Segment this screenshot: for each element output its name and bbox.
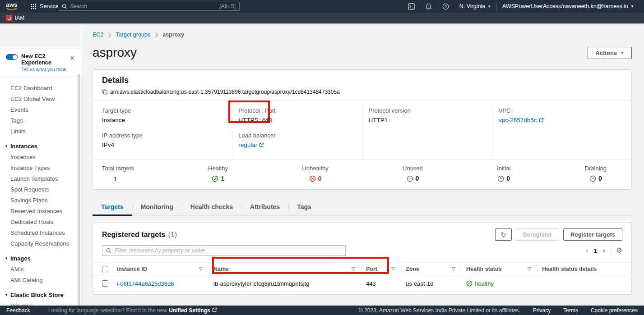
sidebar-item-reserved-instances[interactable]: Reserved Instances <box>0 205 81 216</box>
actions-button[interactable]: Actions ▼ <box>588 47 632 59</box>
column-health-status-details[interactable]: Health status details <box>542 266 597 272</box>
health-status-cell: healthy <box>475 280 494 287</box>
external-link-icon <box>539 117 544 124</box>
column-filter-icon[interactable]: ▽ <box>452 266 457 271</box>
refresh-button[interactable]: ↻ <box>495 228 512 241</box>
terms-link[interactable]: Terms <box>563 307 578 314</box>
refresh-icon: ↻ <box>500 231 506 238</box>
privacy-link[interactable]: Privacy <box>533 307 551 314</box>
notifications-button[interactable] <box>420 0 437 13</box>
sidebar-item-savings-plans[interactable]: Savings Plans <box>0 195 81 205</box>
column-filter-icon[interactable]: ▽ <box>199 266 204 271</box>
tab-health-checks[interactable]: Health checks <box>182 199 241 215</box>
sidebar-scrollbar[interactable] <box>78 74 80 306</box>
global-search[interactable]: [Alt+S] <box>58 2 240 11</box>
unhealthy-value: 0 <box>318 175 322 182</box>
iam-service-icon <box>6 15 12 21</box>
draining-label: Draining <box>585 165 607 172</box>
page-number[interactable]: 1 <box>594 247 597 254</box>
sidebar-item-dedicated-hosts[interactable]: Dedicated Hosts <box>0 216 81 227</box>
top-navigation-bar: aws Services [Alt+S] ? N. Virginia ▼ AWS… <box>0 0 644 13</box>
table-settings-gear-icon[interactable]: ⚙ <box>616 247 622 255</box>
details-heading: Details <box>102 76 622 85</box>
sidebar-item-limits[interactable]: Limits <box>0 126 81 137</box>
sidebar-item-instances[interactable]: Instances <box>0 151 81 162</box>
instance-id-link[interactable]: i-06f1744a6a25d36d6 <box>117 280 174 287</box>
next-page-icon[interactable]: › <box>602 247 605 254</box>
filter-field[interactable] <box>102 245 346 256</box>
feedback-link[interactable]: Feedback <box>6 307 30 314</box>
unhealthy-x-icon <box>309 175 316 182</box>
experience-toggle[interactable] <box>6 54 18 60</box>
sidebar-section-images[interactable]: ▼Images <box>0 253 81 264</box>
console-footer: Feedback Looking for language selection?… <box>0 306 644 315</box>
column-filter-icon[interactable]: ▽ <box>528 266 533 271</box>
sidebar-item-amis[interactable]: AMIs <box>0 264 81 274</box>
column-instance-id[interactable]: Instance ID <box>117 266 147 272</box>
register-targets-button[interactable]: Register targets <box>563 228 622 241</box>
cloudshell-terminal-icon <box>408 3 415 10</box>
sidebar-item-ami-catalog[interactable]: AMI Catalog <box>0 274 81 285</box>
column-health-status[interactable]: Health status <box>466 266 502 272</box>
sidebar-item-spot-requests[interactable]: Spot Requests <box>0 184 81 195</box>
column-zone[interactable]: Zone <box>406 266 419 272</box>
protocol-port-value: HTTPS: 443 <box>238 117 362 123</box>
sidebar-item-instance-types[interactable]: Instance Types <box>0 162 81 173</box>
column-filter-icon[interactable]: ▽ <box>391 266 397 271</box>
pager-divider <box>611 247 611 255</box>
external-link-icon <box>212 307 217 314</box>
unhealthy-label: Unhealthy <box>302 165 329 172</box>
unified-settings-link[interactable]: Unified Settings <box>169 307 210 314</box>
sidebar-section-elastic-block-store[interactable]: ▼Elastic Block Store <box>0 289 81 300</box>
close-icon[interactable]: × <box>70 55 74 61</box>
copyright-text: © 2023, Amazon Web Services India Privat… <box>359 307 520 314</box>
toggle-knob <box>13 55 17 59</box>
vpc-link[interactable]: vpc-2657db5c <box>499 117 537 123</box>
healthy-label: Healthy <box>208 165 228 172</box>
tab-monitoring[interactable]: Monitoring <box>132 199 182 215</box>
sidebar-item-scheduled-instances[interactable]: Scheduled Instances <box>0 227 81 238</box>
region-selector[interactable]: N. Virginia ▼ <box>454 3 496 9</box>
tab-attributes[interactable]: Attributes <box>241 199 288 215</box>
sidebar-item-ec2-dashboard[interactable]: EC2 Dashboard <box>0 82 81 93</box>
ip-address-type-value: IPv4 <box>102 142 232 148</box>
cookie-preferences-link[interactable]: Cookie preferences <box>591 307 638 314</box>
sidebar-item-events[interactable]: Events <box>0 104 81 115</box>
account-menu[interactable]: AWSPowerUserAccess/navaneeth.kn@harness.… <box>497 3 639 9</box>
sidebar-item-launch-templates[interactable]: Launch Templates <box>0 173 81 184</box>
previous-page-icon[interactable]: ‹ <box>586 247 588 254</box>
sidebar-item-volumes[interactable]: Volumes <box>0 300 81 306</box>
svg-text:?: ? <box>445 4 447 9</box>
healthy-value: 1 <box>221 175 224 182</box>
select-all-checkbox[interactable] <box>102 266 108 272</box>
load-balancer-link[interactable]: regular <box>238 142 257 148</box>
tab-tags[interactable]: Tags <box>288 199 320 215</box>
search-input[interactable] <box>70 3 217 9</box>
aws-logo[interactable]: aws <box>6 2 18 11</box>
new-experience-box: New EC2 Experience Tell us what you thin… <box>0 49 81 77</box>
experience-feedback-link[interactable]: Tell us what you think <box>21 67 75 72</box>
filter-input[interactable] <box>115 247 342 254</box>
unused-value: 0 <box>416 175 419 182</box>
sidebar-section-instances[interactable]: ▼Instances <box>0 141 81 151</box>
healthy-check-icon <box>466 280 473 287</box>
copy-icon[interactable] <box>102 89 107 95</box>
deregister-button[interactable]: Deregister <box>516 228 559 241</box>
cloudshell-button[interactable] <box>403 0 420 13</box>
breadcrumb-ec2[interactable]: EC2 <box>93 32 103 38</box>
sidebar-item-tags[interactable]: Tags <box>0 115 81 126</box>
tab-targets[interactable]: Targets <box>93 199 132 216</box>
target-port-cell: 443 <box>366 280 376 287</box>
column-name[interactable]: Name <box>213 266 229 272</box>
breadcrumb-target-groups[interactable]: Target groups <box>116 32 150 38</box>
sidebar-item-capacity-reservations[interactable]: Capacity Reservations <box>0 238 81 249</box>
column-filter-icon[interactable]: ▽ <box>352 266 357 271</box>
help-button[interactable]: ? <box>437 0 454 13</box>
column-port[interactable]: Port <box>366 266 377 272</box>
breadcrumb: EC2 ❯ Target groups ❯ asproxy <box>93 32 632 38</box>
iam-label: IAM <box>15 15 24 21</box>
sidebar-item-ec2-global-view[interactable]: EC2 Global View <box>0 93 81 104</box>
favorite-iam[interactable]: IAM <box>6 15 24 21</box>
target-group-arn: arn:aws:elasticloadbalancing:us-east-1:3… <box>110 89 340 95</box>
row-checkbox[interactable] <box>102 280 108 287</box>
